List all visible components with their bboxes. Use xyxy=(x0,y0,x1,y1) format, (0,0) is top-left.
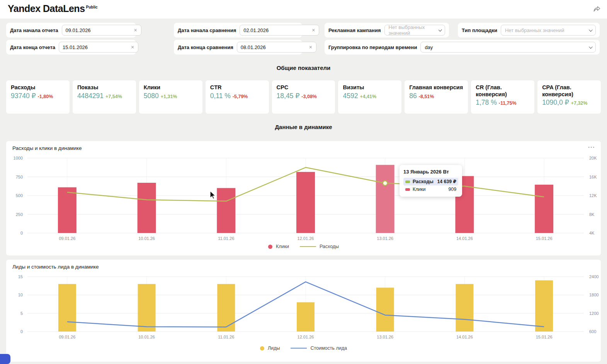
bar[interactable] xyxy=(58,284,76,332)
kpi-value: 5080 xyxy=(144,92,159,100)
corner-widget[interactable] xyxy=(0,354,10,364)
series-swatch xyxy=(405,188,410,191)
bar[interactable] xyxy=(456,284,473,332)
kpi-label: CPA (Глав. конверсия) xyxy=(542,84,596,98)
kpi-delta: -1,80% xyxy=(38,94,53,99)
dashboard: Yandex DataLensPublic Дата начала отчета… xyxy=(0,0,607,364)
date-input-box[interactable]: × xyxy=(240,25,319,36)
clear-icon[interactable]: × xyxy=(134,27,138,33)
left-axis-tick: 750 xyxy=(16,175,23,179)
kpi-card: CPA (Глав. конверсия)1090,0 ₽+7,32% xyxy=(537,80,601,114)
chart-legend: ЛидыСтоимость лида xyxy=(6,345,601,351)
date-input-box[interactable]: × xyxy=(59,42,138,53)
kpi-label: Клики xyxy=(144,84,198,91)
clear-icon[interactable]: × xyxy=(309,44,313,50)
hover-marker xyxy=(383,181,388,185)
legend-line-icon xyxy=(291,348,307,349)
kpi-value: 1090,0 ₽ xyxy=(542,99,569,106)
series-swatch xyxy=(405,180,410,183)
compare-start-date-input[interactable] xyxy=(243,27,311,33)
chevron-down-icon xyxy=(589,28,593,32)
x-axis-label: 11.01.26 xyxy=(218,236,234,241)
chart-card-leads: Лиды и стоимость лида в динамике 0510156… xyxy=(6,260,601,362)
right-axis-tick: 16K xyxy=(589,175,597,179)
app-logo: Yandex DataLensPublic xyxy=(8,3,98,14)
right-axis-tick: 20K xyxy=(589,156,597,160)
kpi-label: CR (Глав. конверсия) xyxy=(476,84,530,98)
right-axis-tick: 600 xyxy=(589,329,596,334)
clear-icon[interactable]: × xyxy=(131,44,134,50)
bar[interactable] xyxy=(535,185,553,233)
kpi-value: 1,78 % xyxy=(476,99,496,106)
bar[interactable] xyxy=(376,287,394,332)
kpi-label: CPC xyxy=(277,84,331,91)
right-axis-tick: 2400 xyxy=(589,274,598,279)
bar[interactable] xyxy=(138,183,156,233)
kpi-label: Показы xyxy=(77,84,131,91)
kpi-card: CR (Глав. конверсия)1,78 %-11,75% xyxy=(471,80,534,114)
filter-label: Дата конца отчета xyxy=(10,44,55,50)
legend-line-icon xyxy=(300,246,316,247)
legend-item[interactable]: Лиды xyxy=(260,345,280,351)
left-axis-tick: 0 xyxy=(20,329,23,334)
x-axis-label: 10.01.26 xyxy=(138,335,155,339)
top-bar: Yandex DataLensPublic xyxy=(0,0,607,19)
chart-legend: КликиРасходы xyxy=(6,244,601,249)
bar[interactable] xyxy=(535,281,553,332)
tooltip-row: Клики 909 xyxy=(403,185,458,193)
kpi-delta: +7,32% xyxy=(571,100,588,106)
left-axis-tick: 500 xyxy=(16,193,23,198)
filter-label: Рекламная кампания xyxy=(328,27,381,33)
filter-compare-end-date: Дата конца сравнения × xyxy=(174,40,302,54)
bar[interactable] xyxy=(376,165,394,233)
grouping-select[interactable]: day xyxy=(420,42,596,53)
kpi-card: Главная конверсия86-8,51% xyxy=(405,80,468,114)
bar[interactable] xyxy=(58,187,77,233)
share-icon[interactable] xyxy=(592,4,602,14)
x-axis-label: 15.01.26 xyxy=(536,335,553,339)
kpi-value: 4484291 xyxy=(77,92,104,100)
bar[interactable] xyxy=(297,302,315,332)
chart-card-costs-clicks: Расходы и клики в динамике ⋯ 02505007501… xyxy=(6,141,601,255)
select-value: day xyxy=(425,44,433,50)
kpi-value: 4592 xyxy=(343,92,358,100)
report-end-date-input[interactable] xyxy=(63,44,131,50)
select-placeholder: Нет выбранных значений xyxy=(505,27,564,33)
clear-icon[interactable]: × xyxy=(311,27,315,33)
bar[interactable] xyxy=(296,172,315,233)
chevron-down-icon xyxy=(439,28,442,31)
kpi-delta: -3,08% xyxy=(301,94,317,99)
x-axis-label: 14.01.26 xyxy=(456,236,473,241)
legend-item[interactable]: Стоимость лида xyxy=(291,345,347,351)
filter-label: Группировка по периодам времени xyxy=(328,44,417,50)
bar[interactable] xyxy=(138,284,156,332)
kpi-delta: +1,31% xyxy=(161,94,177,99)
filter-report-start-date: Дата начала отчета × xyxy=(6,23,136,37)
kpi-card: Расходы93740 ₽-1,80% xyxy=(6,80,70,114)
tooltip-series-label: Расходы xyxy=(413,179,434,184)
left-axis-tick: 0 xyxy=(20,231,23,235)
left-axis-tick: 15 xyxy=(18,274,23,279)
legend-item[interactable]: Расходы xyxy=(300,244,339,249)
report-start-date-input[interactable] xyxy=(66,27,134,33)
chart-tooltip: 13 Январь 2026 Вт Расходы 14 639 ₽ Клики… xyxy=(400,165,462,197)
filter-compare-start-date: Дата начала сравнения × xyxy=(174,23,302,37)
tooltip-series-label: Клики xyxy=(413,187,425,192)
bar[interactable] xyxy=(217,188,235,233)
kpi-label: Главная конверсия xyxy=(409,84,463,91)
right-axis-tick: 8K xyxy=(589,212,595,217)
legend-label: Стоимость лида xyxy=(310,345,347,351)
kpi-value: 18,45 ₽ xyxy=(277,92,300,100)
compare-end-date-input[interactable] xyxy=(241,44,309,50)
kpi-value: 93740 ₽ xyxy=(11,92,36,100)
kpi-row: Расходы93740 ₽-1,80%Показы4484291+7,54%К… xyxy=(6,80,601,114)
kpi-delta: +4,41% xyxy=(360,94,376,99)
legend-label: Расходы xyxy=(320,244,339,249)
platform-type-select[interactable]: Нет выбранных значений xyxy=(501,25,596,36)
campaign-select[interactable]: Нет выбранных значений xyxy=(384,25,445,36)
date-input-box[interactable]: × xyxy=(62,25,141,36)
chevron-down-icon xyxy=(589,45,593,49)
bar[interactable] xyxy=(217,284,235,332)
legend-item[interactable]: Клики xyxy=(268,244,289,249)
date-input-box[interactable]: × xyxy=(237,42,316,53)
